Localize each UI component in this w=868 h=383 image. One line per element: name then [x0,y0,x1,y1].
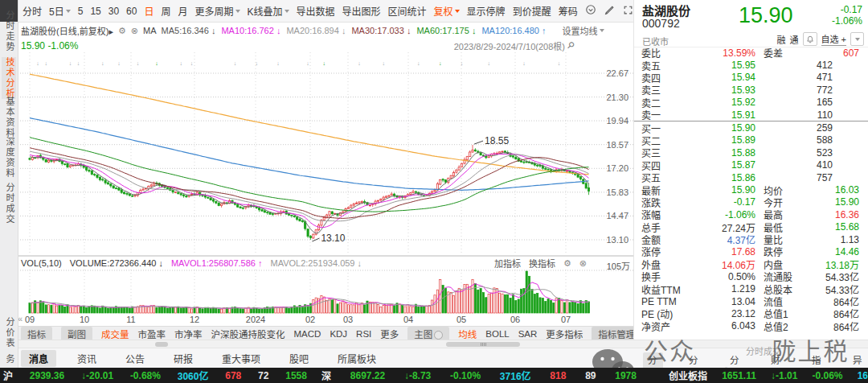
ma-toggle[interactable]: MA [143,26,157,35]
tab-股吧[interactable]: 股吧 [281,350,317,367]
tab-研报[interactable]: 研报 [166,350,201,367]
indicator-KDJ[interactable]: KDJ [330,329,347,339]
margin-badge[interactable]: 融 [777,33,786,46]
tab-所属板块[interactable]: 所属板块 [330,350,384,367]
price-change: -0.17-1.06% [832,4,862,27]
stat-row-涨幅: 涨幅-1.06%最高16.36 [634,208,868,220]
scrollbar-nub[interactable] [155,342,168,347]
indicator-均线[interactable]: 均线 [458,327,477,340]
quote-panel: 盐湖股份 000792 已收市 15.90 -0.17-1.06% 融 通 自选… [633,0,868,340]
pen-icon[interactable] [604,5,615,18]
left-sidebar: 分时走势技术分析基本资料深度资料分时成交分价表务 [0,0,18,368]
indicator-SAR[interactable]: SAR [518,329,538,339]
nav-item-月[interactable]: 月 [178,4,188,18]
quote-badges: 融 通 自选 + [777,32,864,46]
price-chart[interactable]: ↓↓↓↓↓↓↓↓↓↓↓↓↓↓↓↓↓↓↓↓↓↓↓18.5513.1022.6721… [18,52,633,255]
add-watchlist-button[interactable]: 自选 + [821,32,846,46]
ma-value: MA10:16.762 ↓ [221,26,280,35]
weibi-row: 委比13.59%委差607 [634,47,868,59]
level-row-卖三[interactable]: 卖三15.93772 [634,84,868,96]
nav-item-5日[interactable]: 5日 [49,4,71,18]
index-group-沪[interactable]: 沪2939.36↓-20.01-0.68%3060亿678721558 [0,369,307,382]
level-row-买三[interactable]: 买三15.88523 [634,146,868,159]
price-axis-label: 18.57 [606,140,628,150]
index-group-深[interactable]: 深8697.22↓-8.73-0.10%3716亿818891978 [307,369,637,382]
level-row-买二[interactable]: 买二15.89588 [634,134,868,146]
level-row-卖五[interactable]: 卖五15.95412 [634,59,868,71]
history-clock-icon[interactable] [585,4,596,18]
indicator-更多[interactable]: 更多 [380,327,399,340]
scrollbar-thumb[interactable] [446,342,520,347]
instrument-label[interactable]: 盐湖股份(日线,前复权)▸ [21,24,113,37]
vol-indicator-label[interactable]: VOL(5,10) [21,258,62,268]
nav-item-导出数据[interactable]: 导出数据 [297,4,335,18]
vol-close-icon[interactable]: ⊗ [579,258,587,269]
pin-icon[interactable]: ⚲ [565,39,577,51]
svg-text:18.55: 18.55 [485,135,509,146]
volume-chart[interactable] [18,270,633,315]
nav-item-导出图形[interactable]: 导出图形 [342,4,381,18]
nav-item-5[interactable]: 5 [78,6,84,17]
svg-text:↓: ↓ [179,60,182,66]
sidebar-item-务[interactable]: 务 [2,354,16,364]
indicator-成交量[interactable]: 成交量 [101,327,129,340]
nav-item-周[interactable]: 周 [161,4,170,18]
indicator-RSI[interactable]: RSI [356,329,371,339]
level-row-买一[interactable]: 买一15.90259 [634,121,868,134]
sidebar-item-分时走势[interactable]: 分时走势 [2,10,16,52]
nav-item-显示停牌[interactable]: 显示停牌 [467,4,506,18]
svg-text:↓: ↓ [101,60,104,66]
svg-text:↓: ↓ [461,60,464,66]
ma-settings[interactable]: 设置均线 [563,24,604,37]
ma-header: 盐湖股份(日线,前复权)▸ ⚙ ⊗ MA MA5:16.346 ↓MA10:16… [18,23,633,39]
index-group-创业板指[interactable]: 创业板指1651.11↓-1.01-0.06%16 [637,369,868,382]
tab-消息[interactable]: 消息 [21,350,56,367]
tab-资讯[interactable]: 资讯 [69,350,104,367]
close-icon[interactable]: ⊗ [131,26,138,36]
tab-公告[interactable]: 公告 [117,350,153,367]
nav-item-K线叠加[interactable]: K线叠加 [248,4,289,18]
nav-item-分时[interactable]: 分时 [23,4,42,18]
switch-indicator-button[interactable]: 换指标 [529,257,555,270]
sidebar-item-基本资料[interactable]: 基本资料 [2,97,16,138]
level-row-卖四[interactable]: 卖四15.94471 [634,72,868,84]
price-axis-label: 14.47 [606,211,628,220]
nav-item-到价提醒[interactable]: 到价提醒 [513,4,551,18]
xaxis-label-12: 12 [190,315,199,324]
indicator-BOLL[interactable]: BOLL [485,329,509,339]
ma-value: MA120:16.480 ↑ [481,26,546,35]
nav-item-15[interactable]: 15 [90,6,100,17]
indicator-MACD[interactable]: MACD [294,329,321,339]
indicator-沪深股通持股变化[interactable]: 沪深股通持股变化 [211,327,285,340]
nav-item-日[interactable]: 日 [144,4,154,18]
xaxis-label-03: 03 [343,315,353,324]
sidebar-item-分时成交[interactable]: 分时成交 [2,183,16,224]
svg-text:↓: ↓ [255,60,258,66]
vol-gear-icon[interactable]: ⚙ [563,258,571,269]
sidebar-item-深度资料[interactable]: 深度资料 [2,137,16,179]
nav-item-更多周期[interactable]: 更多周期 [195,4,240,18]
tab-重大事项[interactable]: 重大事项 [214,350,268,367]
sidebar-item-分价表[interactable]: 分价表 [2,317,16,348]
alert-bell-icon[interactable] [803,32,817,46]
level-row-买五[interactable]: 买五15.86757 [634,171,868,183]
nav-item-60[interactable]: 60 [126,6,137,17]
quote-table: 委比13.59%委差607卖五15.95412卖四15.94471卖三15.93… [634,47,868,332]
watchlist-dropdown[interactable] [850,32,864,46]
gear-icon[interactable]: ⚙ [118,26,126,36]
expand-icon[interactable] [623,5,633,18]
indicator-市净率[interactable]: 市净率 [174,327,203,340]
level-row-卖一[interactable]: 卖一15.91110 [634,109,868,121]
connect-badge[interactable]: 通 [790,33,799,46]
level-row-卖二[interactable]: 卖二15.92165 [634,97,868,109]
indicator-市盈率[interactable]: 市盈率 [138,327,166,340]
level-row-买四[interactable]: 买四15.87410 [634,159,868,171]
nav-item-筹码[interactable]: 筹码 [559,4,578,18]
indicator-更多指标[interactable]: 更多指标 [546,327,583,340]
nav-item-复权[interactable]: 复权 [434,4,460,18]
volume-header: VOL(5,10) VOLUME:272366.440 ↓ MAVOL1:256… [18,257,633,270]
nav-item-30[interactable]: 30 [108,6,119,17]
add-indicator-button[interactable]: 加指标 [494,257,521,270]
nav-item-区间统计[interactable]: 区间统计 [388,4,427,18]
sidebar-item-技术分析[interactable]: 技术分析 [2,57,16,99]
